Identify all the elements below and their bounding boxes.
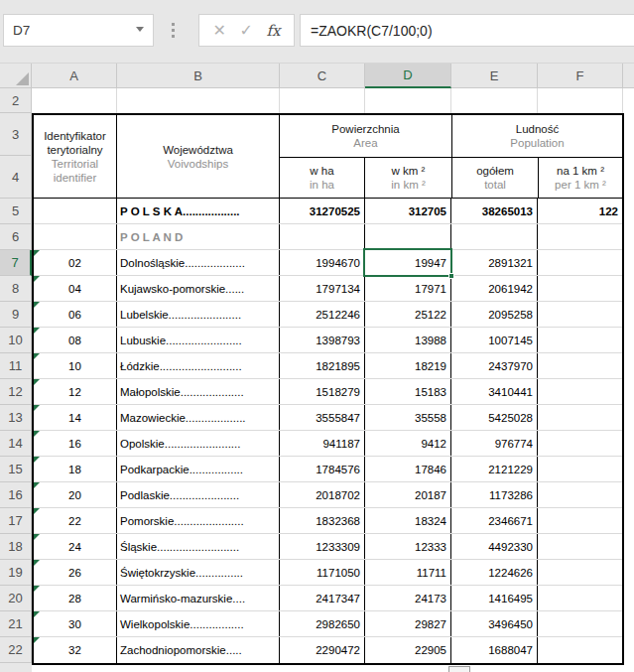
- territorial-id-cell[interactable]: 20: [34, 482, 117, 507]
- territorial-id-cell[interactable]: 26: [34, 560, 117, 585]
- row-header-14[interactable]: 14: [0, 431, 32, 457]
- voivodeship-name-cell[interactable]: Wielkopolskie.................: [117, 611, 280, 636]
- column-header-B[interactable]: B: [117, 64, 280, 88]
- territorial-id-cell[interactable]: 08: [34, 328, 117, 352]
- area-km2-cell[interactable]: 35558: [365, 405, 451, 430]
- poland-area-ha-cell[interactable]: 31270525: [280, 199, 365, 223]
- voivodeship-name-cell[interactable]: Śląskie..........................: [117, 534, 280, 559]
- population-cell[interactable]: 3496450: [451, 611, 538, 636]
- population-cell[interactable]: 976774: [451, 431, 538, 456]
- density-cell[interactable]: [538, 302, 622, 327]
- territorial-id-cell[interactable]: 12: [34, 379, 117, 404]
- empty-cell[interactable]: [34, 199, 117, 223]
- territorial-id-cell[interactable]: 22: [34, 508, 117, 533]
- area-ha-cell[interactable]: 2290472: [280, 637, 365, 663]
- row-header-13[interactable]: 13: [0, 405, 32, 431]
- area-ha-cell[interactable]: 1233309: [280, 534, 365, 559]
- row-header-3[interactable]: 3: [0, 113, 32, 156]
- voivodeship-name-cell[interactable]: Lubelskie.......................: [117, 302, 280, 327]
- empty-cell[interactable]: [365, 224, 451, 249]
- territorial-id-cell[interactable]: 18: [34, 457, 117, 481]
- row-header-2[interactable]: 2: [0, 88, 32, 113]
- territorial-id-cell[interactable]: 02: [34, 250, 117, 275]
- voivodeship-name-cell[interactable]: Podlaskie......................: [117, 482, 280, 507]
- area-km2-cell[interactable]: 13988: [365, 328, 451, 352]
- area-km2-cell[interactable]: 29827: [365, 611, 451, 636]
- area-km2-cell[interactable]: 22905: [365, 637, 451, 663]
- density-cell[interactable]: [538, 482, 622, 507]
- territorial-id-cell[interactable]: 04: [34, 276, 117, 301]
- area-ha-cell[interactable]: 1994670: [280, 250, 365, 275]
- density-cell[interactable]: [538, 586, 622, 610]
- header-territorial-identifier[interactable]: Identyfikator terytorialny Territorial i…: [34, 115, 117, 198]
- population-cell[interactable]: 1173286: [451, 482, 538, 507]
- territorial-id-cell[interactable]: 30: [34, 611, 117, 636]
- population-cell[interactable]: 1007145: [451, 328, 538, 352]
- area-ha-cell[interactable]: 1518279: [280, 379, 365, 404]
- header-area[interactable]: Powierzchnia Area: [280, 115, 451, 158]
- row-header-19[interactable]: 19: [0, 560, 32, 586]
- row-header-5[interactable]: 5: [0, 199, 32, 224]
- population-cell[interactable]: 2121229: [451, 457, 538, 481]
- column-header-C[interactable]: C: [280, 64, 365, 88]
- area-ha-cell[interactable]: 1398793: [280, 328, 365, 352]
- header-population-density[interactable]: na 1 km ² per 1 km ²: [539, 158, 622, 198]
- area-ha-cell[interactable]: 1784576: [280, 457, 365, 481]
- population-cell[interactable]: 2346671: [451, 508, 538, 533]
- area-ha-cell[interactable]: 1821895: [280, 353, 365, 378]
- territorial-id-cell[interactable]: 24: [34, 534, 117, 559]
- enter-icon[interactable]: ✓: [239, 21, 252, 40]
- row-header-11[interactable]: 11: [0, 353, 32, 379]
- poland-density-cell[interactable]: 122: [538, 199, 622, 223]
- row-header-22[interactable]: 22: [0, 637, 32, 663]
- territorial-id-cell[interactable]: 28: [34, 586, 117, 610]
- empty-cell[interactable]: [538, 224, 622, 249]
- density-cell[interactable]: [538, 611, 622, 636]
- area-ha-cell[interactable]: 1832368: [280, 508, 365, 533]
- area-km2-cell[interactable]: 20187: [365, 482, 451, 507]
- row-header-20[interactable]: 20: [0, 586, 32, 611]
- voivodeship-name-cell[interactable]: Łódzkie..........................: [117, 353, 280, 378]
- population-cell[interactable]: 4492330: [451, 534, 538, 559]
- name-box-dropdown-icon[interactable]: [136, 27, 144, 32]
- header-area-km2[interactable]: w km ² in km ²: [365, 158, 451, 198]
- cancel-icon[interactable]: ✕: [213, 21, 226, 40]
- population-cell[interactable]: 2095258: [451, 302, 538, 327]
- empty-cell[interactable]: [280, 224, 365, 249]
- territorial-id-cell[interactable]: 16: [34, 431, 117, 456]
- formula-input[interactable]: =ZAOKR(C7/100;0): [300, 14, 634, 47]
- autofill-options-button[interactable]: [448, 666, 470, 672]
- territorial-id-cell[interactable]: 10: [34, 353, 117, 378]
- column-header-F[interactable]: F: [538, 64, 623, 88]
- voivodeship-name-cell[interactable]: Zachodniopomorskie.....: [117, 637, 280, 663]
- poland-label-cell[interactable]: P O L S K A..................: [117, 199, 280, 223]
- row-header-10[interactable]: 10: [0, 328, 32, 353]
- population-cell[interactable]: 1688047: [451, 637, 538, 663]
- territorial-id-cell[interactable]: 32: [34, 637, 117, 663]
- row-header-16[interactable]: 16: [0, 482, 32, 508]
- area-ha-cell[interactable]: 2018702: [280, 482, 365, 507]
- row-header-17[interactable]: 17: [0, 508, 32, 534]
- header-voivodships[interactable]: Województwa Voivodships: [117, 115, 280, 198]
- voivodeship-name-cell[interactable]: Świętokrzyskie...............: [117, 560, 280, 585]
- population-cell[interactable]: 2891321: [451, 250, 538, 275]
- area-ha-cell[interactable]: 2417347: [280, 586, 365, 610]
- select-all-button[interactable]: [0, 64, 32, 88]
- area-km2-cell[interactable]: 18324: [365, 508, 451, 533]
- column-header-E[interactable]: E: [451, 64, 538, 88]
- area-km2-cell[interactable]: 15183: [365, 379, 451, 404]
- header-population[interactable]: Ludność Population: [452, 115, 622, 158]
- population-cell[interactable]: 3410441: [451, 379, 538, 404]
- empty-cell[interactable]: [451, 224, 538, 249]
- row-header-8[interactable]: 8: [0, 276, 32, 302]
- voivodeship-name-cell[interactable]: Opolskie........................: [117, 431, 280, 456]
- area-ha-cell[interactable]: 2512246: [280, 302, 365, 327]
- area-ha-cell[interactable]: 2982650: [280, 611, 365, 636]
- poland-english-label-cell[interactable]: P O L A N D: [117, 224, 280, 249]
- column-header-A[interactable]: A: [32, 64, 117, 88]
- density-cell[interactable]: [538, 328, 622, 352]
- voivodeship-name-cell[interactable]: Pomorskie......................: [117, 508, 280, 533]
- territorial-id-cell[interactable]: 14: [34, 405, 117, 430]
- area-km2-cell[interactable]: 9412: [365, 431, 451, 456]
- row-header-18[interactable]: 18: [0, 534, 32, 560]
